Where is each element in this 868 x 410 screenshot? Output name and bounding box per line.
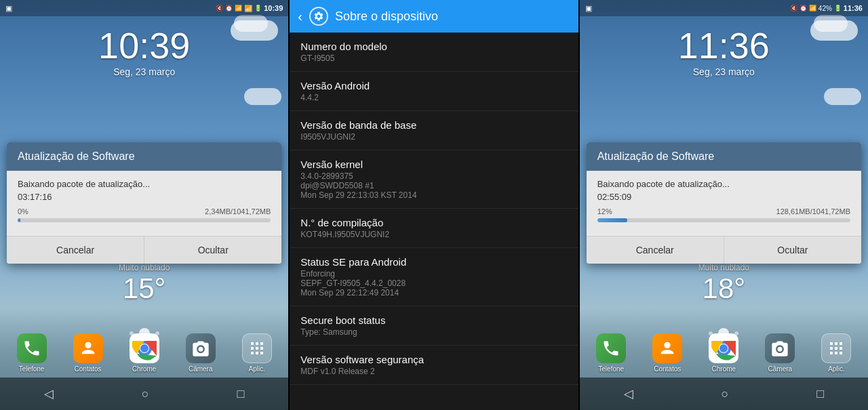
right-apps-icon — [821, 333, 851, 363]
settings-label-compilacao: N.° de compilação — [300, 217, 567, 228]
left-app-chrome[interactable]: Chrome — [130, 333, 159, 373]
settings-label-modelo: Numero do modelo — [300, 41, 567, 52]
settings-value-android: 4.4.2 — [300, 93, 567, 102]
settings-item-banda[interactable]: Versão de banda de base I9505VJUGNI2 — [290, 111, 578, 150]
settings-label-seandroid: Status SE para Android — [300, 256, 567, 268]
settings-value-compilacao: KOT49H.I9505VJUGNI2 — [300, 230, 567, 239]
right-sys-nav: ◁ ○ □ — [580, 377, 868, 410]
settings-label-banda: Versão de banda de base — [300, 119, 567, 131]
left-status-phone-icon: ▣ — [5, 4, 12, 13]
left-battery-text: 📶 — [244, 5, 252, 12]
settings-item-kernel[interactable]: Versão kernel 3.4.0-2899375 dpi@SWDD5508… — [290, 150, 578, 209]
left-clock-date: Seg, 23 março — [113, 66, 175, 77]
right-app-apps[interactable]: Aplic. — [821, 333, 851, 373]
left-contatos-icon — [73, 333, 103, 363]
right-app-camera[interactable]: Câmera — [765, 333, 795, 373]
svg-point-4 — [140, 344, 149, 352]
middle-back-arrow[interactable]: ‹ — [298, 9, 302, 24]
settings-label-kernel: Versão kernel — [300, 159, 567, 170]
svg-rect-27 — [830, 352, 833, 354]
right-recents-btn[interactable]: □ — [816, 387, 824, 401]
left-status-time: 10:39 — [264, 4, 283, 12]
svg-rect-7 — [256, 342, 258, 345]
right-hide-button[interactable]: Ocultar — [724, 237, 861, 264]
svg-rect-28 — [835, 352, 837, 354]
settings-label-android: Versão Android — [300, 80, 567, 91]
left-telefone-label: Telefone — [19, 365, 45, 373]
settings-item-compilacao[interactable]: N.° de compilação KOT49H.I9505VJUGNI2 — [290, 209, 578, 248]
left-dialog-title: Atualização de Software — [7, 142, 281, 171]
right-dialog-message: Baixando pacote de atualização... — [597, 179, 850, 189]
middle-settings-header: ‹ Sobre o dispositivo — [290, 0, 578, 33]
left-dialog-body: Baixando pacote de atualização... 03:17:… — [7, 171, 281, 236]
settings-item-android[interactable]: Versão Android 4.4.2 — [290, 72, 578, 111]
svg-rect-22 — [835, 342, 837, 345]
left-app-camera[interactable]: Câmera — [186, 333, 216, 373]
svg-rect-29 — [840, 352, 842, 354]
left-back-btn[interactable]: ◁ — [44, 386, 54, 401]
settings-value-seandroid: Enforcing SEPF_GT-I9505_4.4.2_0028 Mon S… — [300, 269, 567, 298]
left-update-dialog: Atualização de Software Baixando pacote … — [7, 142, 281, 264]
left-dialog-message: Baixando pacote de atualização... — [18, 179, 271, 189]
right-mute-icon: 🔇 — [790, 5, 797, 12]
left-cancel-button[interactable]: Cancelar — [7, 237, 144, 264]
left-dialog-buttons: Cancelar Ocultar — [7, 236, 281, 264]
right-progress-percent: 12% — [597, 207, 612, 216]
left-app-apps[interactable]: Aplic. — [242, 333, 272, 373]
left-app-contatos[interactable]: Contatos — [73, 333, 103, 373]
settings-value-modelo: GT-I9505 — [300, 54, 567, 63]
right-phone-icon: ▣ — [585, 4, 592, 13]
left-hide-button[interactable]: Ocultar — [144, 237, 281, 264]
right-chrome-label: Chrome — [712, 365, 736, 373]
right-apps-label: Aplic. — [828, 365, 844, 373]
left-chrome-icon — [130, 333, 159, 363]
svg-rect-24 — [830, 347, 833, 350]
right-app-contatos[interactable]: Contatos — [652, 333, 682, 373]
svg-rect-10 — [256, 347, 258, 350]
svg-point-0 — [85, 342, 91, 348]
right-phone-screen: ▣ 🔇 ⏰ 📶 42% 🔋 11:36 11:36 Seg, 23 março … — [580, 0, 868, 410]
svg-rect-14 — [260, 352, 263, 354]
right-app-telefone[interactable]: Telefone — [596, 333, 626, 373]
svg-rect-23 — [840, 342, 842, 345]
svg-rect-8 — [260, 342, 263, 345]
left-signal-icon: 📶 — [235, 5, 242, 12]
settings-label-software-version: Versão software segurança — [300, 354, 567, 365]
left-apps-icon — [242, 333, 272, 363]
settings-item-software-version[interactable]: Versão software segurança MDF v1.0 Relea… — [290, 346, 578, 385]
left-app-telefone[interactable]: Telefone — [17, 333, 47, 373]
settings-item-secureboot[interactable]: Secure boot status Type: Samsung — [290, 306, 578, 346]
right-cancel-button[interactable]: Cancelar — [587, 237, 724, 264]
right-status-right: 🔇 ⏰ 📶 42% 🔋 11:36 — [790, 4, 863, 12]
left-weather-temp: 15° — [123, 272, 166, 305]
right-clock-time: 11:36 — [678, 27, 770, 64]
right-app-chrome[interactable]: Chrome — [709, 333, 738, 373]
right-camera-icon — [765, 333, 795, 363]
left-status-left: ▣ — [5, 4, 12, 13]
left-telefone-icon — [17, 333, 47, 363]
left-home-btn[interactable]: ○ — [142, 387, 149, 401]
right-progress-bar — [597, 218, 850, 222]
right-clock-widget: 11:36 Seg, 23 março — [580, 27, 868, 77]
left-progress-size: 2,34MB/1041,72MB — [205, 207, 271, 216]
right-battery-text: 42% — [818, 5, 832, 12]
left-clock-widget: 10:39 Seg, 23 março — [0, 27, 288, 77]
right-back-btn[interactable]: ◁ — [624, 386, 633, 401]
left-chrome-label: Chrome — [132, 365, 157, 373]
left-recents-btn[interactable]: □ — [237, 387, 245, 401]
settings-item-seandroid[interactable]: Status SE para Android Enforcing SEPF_GT… — [290, 248, 578, 306]
right-home-btn[interactable]: ○ — [721, 387, 728, 401]
svg-rect-13 — [256, 352, 258, 354]
right-status-time: 11:36 — [844, 4, 863, 12]
settings-item-modelo[interactable]: Numero do modelo GT-I9505 — [290, 33, 578, 72]
middle-settings-list: Numero do modelo GT-I9505 Versão Android… — [290, 33, 578, 394]
left-bottom-dock: Telefone Contatos Chrome — [0, 333, 288, 373]
left-progress-bar — [18, 218, 271, 222]
svg-rect-12 — [251, 352, 254, 354]
right-dialog-buttons: Cancelar Ocultar — [587, 236, 861, 264]
left-mute-icon: 🔇 — [216, 5, 223, 12]
left-phone-screen: ▣ 🔇 ⏰ 📶 📶 🔋 10:39 10:39 Seg, 23 março 📍 … — [0, 0, 288, 410]
left-battery-icon: 🔋 — [254, 5, 262, 12]
svg-rect-6 — [251, 342, 254, 345]
left-contatos-label: Contatos — [75, 365, 102, 373]
